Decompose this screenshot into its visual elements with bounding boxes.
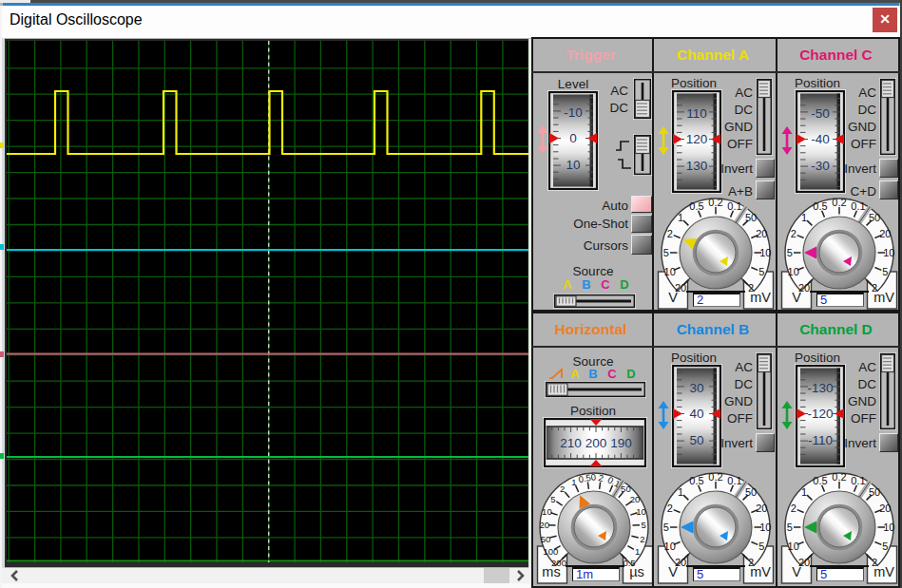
svg-text:0: 0: [569, 131, 577, 145]
svg-text:0.1: 0.1: [727, 475, 741, 486]
svg-text:2: 2: [791, 503, 796, 514]
svg-text:50: 50: [869, 486, 880, 498]
svg-text:1: 1: [678, 212, 683, 223]
svg-text:1: 1: [801, 212, 807, 223]
svg-text:10: 10: [883, 522, 894, 533]
svg-text:0.5: 0.5: [813, 200, 827, 212]
svg-text:10: 10: [759, 522, 771, 533]
svg-text:10: 10: [759, 247, 771, 258]
svg-text:50: 50: [745, 486, 757, 498]
svg-text:0.5: 0.5: [813, 475, 827, 486]
svg-text:2: 2: [667, 503, 673, 514]
svg-text:50: 50: [541, 534, 551, 544]
svg-text:0.1: 0.1: [851, 475, 865, 486]
svg-text:20: 20: [879, 228, 891, 239]
svg-text:100: 100: [543, 546, 558, 557]
svg-text:20: 20: [879, 503, 891, 514]
svg-text:5: 5: [882, 266, 888, 277]
svg-text:2: 2: [560, 484, 565, 494]
svg-text:190: 190: [610, 436, 632, 450]
svg-text:50: 50: [869, 212, 880, 223]
svg-text:50: 50: [621, 484, 631, 494]
svg-text:1: 1: [571, 477, 576, 487]
svg-text:10: 10: [636, 506, 646, 517]
svg-text:0.2: 0.2: [708, 197, 722, 208]
svg-text:-10: -10: [564, 105, 583, 120]
svg-text:0.1: 0.1: [727, 200, 741, 212]
svg-text:0.2: 0.2: [832, 197, 846, 208]
svg-text:5: 5: [663, 522, 669, 533]
svg-text:210: 210: [560, 436, 582, 450]
svg-text:5: 5: [642, 520, 646, 530]
svg-text:1: 1: [678, 486, 683, 498]
svg-text:5: 5: [787, 522, 793, 533]
svg-text:10: 10: [542, 506, 552, 517]
svg-text:1: 1: [635, 546, 640, 557]
svg-text:5: 5: [758, 266, 764, 277]
svg-text:0.5: 0.5: [689, 475, 703, 486]
svg-text:10: 10: [788, 541, 799, 552]
svg-text:0.1: 0.1: [851, 200, 865, 212]
svg-text:5: 5: [550, 494, 555, 504]
svg-text:1: 1: [801, 486, 807, 498]
svg-text:20: 20: [630, 494, 641, 504]
svg-text:2: 2: [667, 228, 673, 239]
svg-text:2: 2: [640, 534, 644, 544]
svg-text:50: 50: [745, 212, 757, 223]
svg-text:10: 10: [664, 541, 676, 552]
svg-text:10: 10: [664, 266, 676, 277]
svg-text:10: 10: [883, 247, 894, 258]
svg-text:5: 5: [663, 247, 669, 258]
svg-text:5: 5: [787, 247, 793, 258]
svg-text:0.5: 0.5: [689, 200, 703, 212]
svg-text:0.2: 0.2: [708, 471, 722, 483]
svg-text:2: 2: [791, 228, 796, 239]
svg-text:5: 5: [758, 541, 764, 552]
svg-text:0.2: 0.2: [832, 471, 846, 483]
svg-text:10: 10: [788, 266, 799, 277]
svg-text:20: 20: [756, 228, 767, 239]
svg-text:20: 20: [756, 503, 767, 514]
svg-text:5: 5: [882, 541, 888, 552]
svg-text:20: 20: [540, 520, 550, 530]
svg-text:10: 10: [566, 158, 580, 172]
svg-text:200: 200: [585, 436, 607, 450]
